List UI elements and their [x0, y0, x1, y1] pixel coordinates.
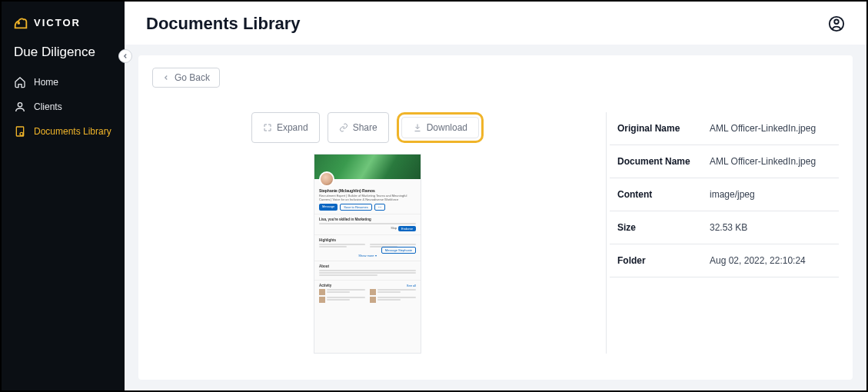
meta-row-original-name: Original Name AML Officer-LinkedIn.jpeg: [610, 112, 839, 145]
go-back-label: Go Back: [175, 72, 210, 83]
document-body: Expand Share Download: [152, 112, 839, 354]
preview-column: Expand Share Download: [152, 112, 583, 354]
svg-point-1: [18, 103, 22, 107]
expand-icon: [263, 123, 272, 132]
sidebar-item-clients[interactable]: Clients: [2, 95, 125, 118]
thumb-highlights: Highlights Message Stephanie Show more ▾: [314, 234, 421, 261]
thumb-avatar: [319, 171, 334, 187]
nav-label: Home: [34, 77, 58, 88]
sidebar-collapse-button[interactable]: [118, 49, 132, 63]
svg-point-5: [834, 20, 839, 25]
go-back-button[interactable]: Go Back: [152, 68, 220, 88]
main: Documents Library Go Back Expand: [125, 2, 866, 390]
document-thumbnail[interactable]: Stephanie (Mclaughlin) Ramos Recruitment…: [314, 154, 421, 354]
meta-row-document-name: Document Name AML Officer-LinkedIn.jpeg: [610, 145, 839, 178]
thumb-cover: [314, 154, 421, 179]
expand-label: Expand: [277, 122, 308, 133]
meta-key: Folder: [617, 255, 710, 266]
meta-val: AML Officer-LinkedIn.jpeg: [710, 156, 816, 167]
lion-icon: [12, 14, 29, 31]
svg-point-0: [18, 22, 19, 24]
brand-name: VICTOR: [34, 17, 81, 28]
share-button[interactable]: Share: [328, 112, 389, 143]
card: Go Back Expand Share: [138, 55, 853, 380]
thumb-more-btn: ⋯: [374, 204, 385, 211]
sidebar: VICTOR Due Diligence Home Clients Docume: [2, 2, 125, 390]
app-root: VICTOR Due Diligence Home Clients Docume: [0, 0, 868, 392]
chevron-left-icon: [121, 52, 129, 60]
metadata-column: Original Name AML Officer-LinkedIn.jpeg …: [606, 112, 839, 354]
link-icon: [339, 123, 348, 132]
content-area: Go Back Expand Share: [125, 45, 866, 390]
chevron-left-icon: [162, 74, 170, 81]
home-icon: [14, 76, 26, 88]
download-button[interactable]: Download: [401, 117, 479, 138]
documents-icon: [14, 125, 26, 138]
meta-val: 32.53 KB: [710, 222, 747, 233]
download-highlight: Download: [397, 112, 484, 143]
person-icon: [14, 101, 26, 113]
meta-row-folder: Folder Aug 02, 2022, 22:10:24: [610, 244, 839, 277]
nav: Home Clients Documents Library: [2, 71, 125, 143]
thumb-message-btn: Message: [319, 204, 338, 211]
sidebar-item-documents-library[interactable]: Documents Library: [2, 120, 125, 143]
thumb-save-btn: Save to Resumes: [340, 204, 372, 211]
meta-key: Original Name: [617, 123, 710, 134]
thumb-about: About: [314, 261, 421, 280]
preview-actions: Expand Share Download: [251, 112, 484, 143]
thumb-buttons: Message Save to Resumes ⋯: [319, 204, 416, 211]
thumb-activity: Activity See all: [314, 280, 421, 306]
meta-key: Size: [617, 222, 710, 233]
topbar: Documents Library: [125, 2, 866, 45]
sidebar-item-home[interactable]: Home: [2, 71, 125, 94]
page-title: Documents Library: [146, 14, 301, 34]
nav-label: Clients: [34, 101, 62, 112]
meta-val: AML Officer-LinkedIn.jpeg: [710, 123, 816, 134]
expand-button[interactable]: Expand: [251, 112, 320, 143]
download-icon: [413, 123, 422, 132]
download-label: Download: [427, 122, 467, 133]
meta-key: Document Name: [617, 156, 710, 167]
meta-key: Content: [617, 189, 710, 200]
profile-icon[interactable]: [828, 15, 845, 32]
meta-row-content: Content image/jpeg: [610, 178, 839, 211]
meta-val: Aug 02, 2022, 22:10:24: [710, 255, 806, 266]
meta-val: image/jpeg: [710, 189, 755, 200]
thumb-skills: Lisa, you're skilled in Marketing Skip E…: [314, 214, 421, 234]
section-title: Due Diligence: [2, 40, 125, 71]
nav-label: Documents Library: [34, 126, 111, 137]
share-label: Share: [353, 122, 377, 133]
meta-row-size: Size 32.53 KB: [610, 211, 839, 244]
thumb-profile-name: Stephanie (Mclaughlin) Ramos: [319, 188, 416, 193]
brand-logo: VICTOR: [2, 11, 125, 40]
thumb-headline: Recruitment Expert | Builder of Marketin…: [319, 194, 416, 201]
